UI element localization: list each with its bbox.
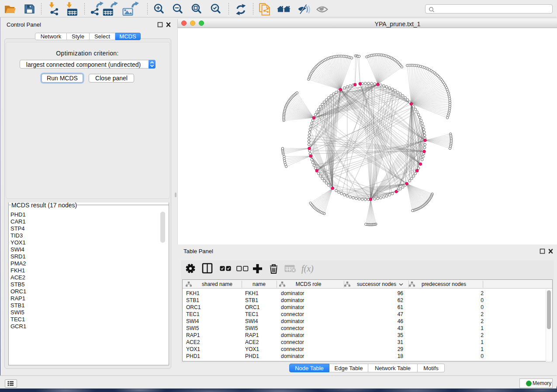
svg-text:f(x): f(x): [301, 264, 314, 274]
